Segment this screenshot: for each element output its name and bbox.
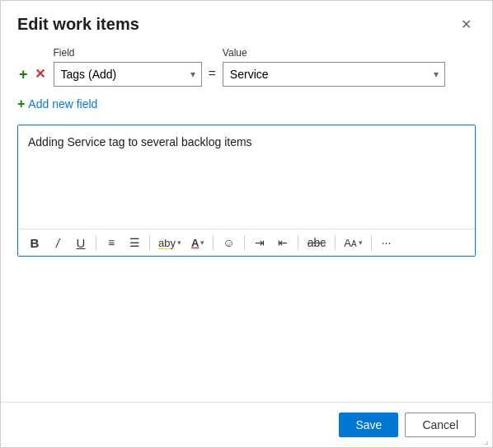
value-column: Value Service [223,47,445,87]
field-label: Field [54,47,202,59]
value-select[interactable]: Service [223,62,445,87]
add-new-field-label: Add new field [28,97,97,111]
italic-button[interactable]: / [48,233,68,252]
editor-area: B / U ≡ ☰ aby ▾ A ▾ [17,125,476,257]
font-size-chevron-icon: ▾ [359,238,363,247]
add-field-inline-button[interactable]: + [17,67,30,82]
save-button[interactable]: Save [339,413,398,437]
more-icon: ··· [382,236,392,249]
highlight-label: aby [158,237,176,249]
indent-increase-icon: ⇥ [255,236,265,249]
dialog-body: + ✕ Field Tags (Add) = Value Service [1,40,492,402]
dialog-footer: Save Cancel [1,402,492,447]
field-actions: + ✕ [17,67,47,82]
list-icon: ☰ [129,236,140,249]
toolbar-divider-1 [96,235,96,250]
value-label: Value [223,47,445,59]
remove-field-button[interactable]: ✕ [33,68,47,81]
toolbar-divider-7 [371,235,372,250]
editor-textarea[interactable] [18,125,475,229]
highlight-button[interactable]: aby ▾ [155,235,185,251]
toolbar-divider-5 [298,235,298,250]
cancel-button[interactable]: Cancel [405,413,476,437]
strikethrough-icon: abc [308,236,326,249]
dialog-header: Edit work items ✕ [1,1,492,40]
field-column: Field Tags (Add) [54,47,202,87]
align-icon: ≡ [108,236,115,249]
add-new-field-link[interactable]: + Add new field [17,97,476,111]
add-new-field-plus-icon: + [17,97,25,111]
edit-work-items-dialog: Edit work items ✕ + ✕ Field Tags (Add) =… [0,0,493,448]
highlight-chevron-icon: ▾ [177,238,181,247]
resize-handle-icon: ⌟ [484,436,489,446]
strikethrough-button[interactable]: abc [303,233,331,252]
field-row: + ✕ Field Tags (Add) = Value Service [17,47,476,87]
emoji-icon: ☺ [223,236,234,249]
close-icon: ✕ [461,17,472,32]
align-button[interactable]: ≡ [101,233,121,252]
font-color-button[interactable]: A ▾ [188,235,208,251]
toolbar-divider-4 [244,235,245,250]
dialog-title: Edit work items [17,15,139,34]
font-size-button[interactable]: AA ▾ [340,235,365,251]
close-button[interactable]: ✕ [456,14,476,34]
emoji-button[interactable]: ☺ [218,233,238,252]
field-select-wrapper: Tags (Add) [54,62,202,87]
underline-button[interactable]: U [71,233,91,252]
editor-toolbar: B / U ≡ ☰ aby ▾ A ▾ [18,229,475,256]
value-select-wrapper: Service [223,62,445,87]
indent-increase-button[interactable]: ⇥ [250,233,270,252]
list-button[interactable]: ☰ [124,233,144,252]
equals-sign: = [209,66,216,81]
font-size-label: AA [344,237,356,249]
more-options-button[interactable]: ··· [377,233,397,252]
toolbar-divider-6 [335,235,336,250]
field-select[interactable]: Tags (Add) [54,62,202,87]
indent-decrease-button[interactable]: ⇤ [273,233,293,252]
font-color-chevron-icon: ▾ [200,238,204,247]
toolbar-divider-3 [213,235,214,250]
indent-decrease-icon: ⇤ [278,236,288,249]
toolbar-divider-2 [149,235,150,250]
bold-button[interactable]: B [25,233,45,252]
font-color-label: A [191,237,199,249]
